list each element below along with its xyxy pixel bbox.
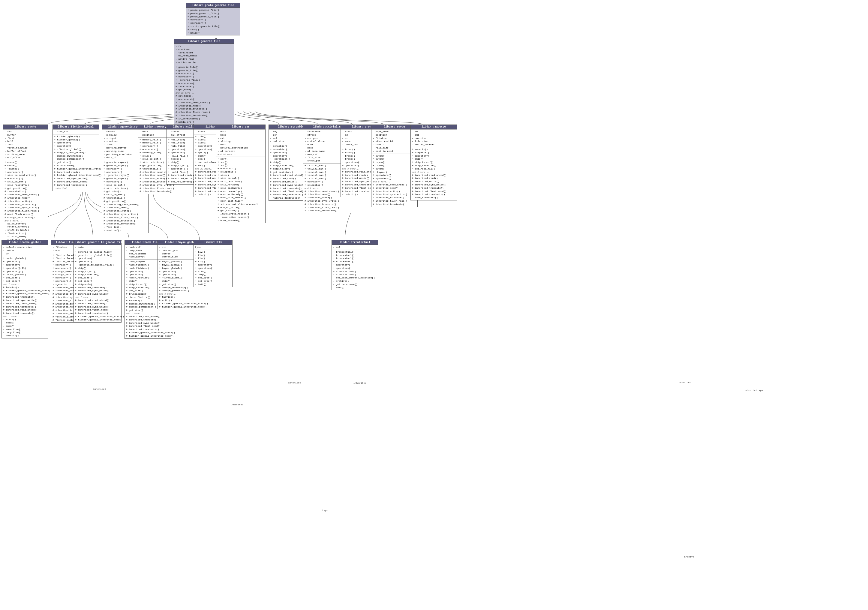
class-fields: - rw - checksum - terminated - no_read_a… (174, 44, 234, 65)
class-trontextual: libdar::trontextual - ref + trontextual(… (332, 240, 378, 290)
class-methods: + proto_generic_file() + proto_generic_f… (186, 8, 240, 35)
class-methods: + zapette() + ~zapette() + operator=() +… (411, 147, 457, 200)
class-header: libdar::generic_to_global_file (74, 241, 121, 245)
inherited-label-6: inherited (678, 381, 691, 384)
class-generic-to-global-file: libdar::generic_to_global_file - data + … (73, 240, 121, 323)
diagram-container: libdar::proto_generic_file + proto_gener… (0, 0, 868, 610)
archive-label: archive (684, 556, 694, 558)
class-fields: type (194, 245, 232, 250)
class-fields: - disk_full (53, 129, 99, 134)
class-proto-generic-file: libdar::proto_generic_file + proto_gener… (186, 3, 240, 36)
class-methods: + generic_to_global_file() + generic_to_… (74, 250, 121, 322)
class-header: libdar::proto_generic_file (186, 3, 240, 8)
class-header: libdar::trontextual (332, 241, 378, 245)
type-label: type (322, 509, 328, 512)
class-sar: libdar::sar - entr - base - ext - slicin… (216, 124, 265, 223)
class-header: libdar::fichier_global (53, 125, 99, 129)
class-header: libdar::cache_global (2, 241, 48, 245)
class-header: libdar::sar (216, 125, 265, 129)
class-methods: + cache_global() + operator=() + operato… (2, 256, 48, 338)
inherited-label-1: inherited (93, 388, 106, 390)
class-fields: - ref (332, 245, 378, 250)
inherited-label-5: inherited (288, 381, 301, 384)
class-methods: + trontextual() + trontextual() + tronte… (332, 250, 378, 290)
class-header: libdar::cache (3, 125, 48, 129)
class-fields: - in - out - position - file_size - seri… (411, 129, 457, 147)
class-header: libdar::generic_file (174, 39, 234, 44)
inherited-label-2: inherited (231, 403, 243, 406)
class-header: libdar::zapette (411, 125, 457, 129)
class-header: libdar::tlv (194, 241, 232, 245)
class-fichier-global: libdar::fichier_global - disk_full + fic… (53, 124, 99, 191)
class-fields: - entr - base - ext - slicing - hash - n… (216, 129, 265, 157)
class-methods: + tlv() + tlv() + tlv() + tlv() + operat… (194, 250, 232, 287)
class-cache: libdar::cache - ref - buffer - first - h… (3, 124, 48, 242)
class-methods: + fichier_global() + fichier_global() + … (53, 134, 99, 191)
class-methods: + sar() + sar() + sar() + operator=() + … (216, 157, 265, 223)
class-cache-global: libdar::cache_global - default_cache_siz… (2, 240, 48, 338)
class-methods: + cache() + cache() + ~cache() + operato… (3, 160, 48, 242)
inherited-label-3: inherited (353, 382, 366, 384)
class-fields: - default_cache_size - buffer - wr (2, 245, 48, 256)
inherited-sync-label: inherited sync (744, 389, 764, 391)
class-fields: - ref - buffer - first - half - last - f… (3, 129, 48, 160)
class-zapette: libdar::zapette - in - out - position - … (411, 124, 457, 200)
class-tlv: libdar::tlv type + tlv() + tlv() + tlv()… (194, 240, 232, 287)
class-fields: - data (74, 245, 121, 250)
